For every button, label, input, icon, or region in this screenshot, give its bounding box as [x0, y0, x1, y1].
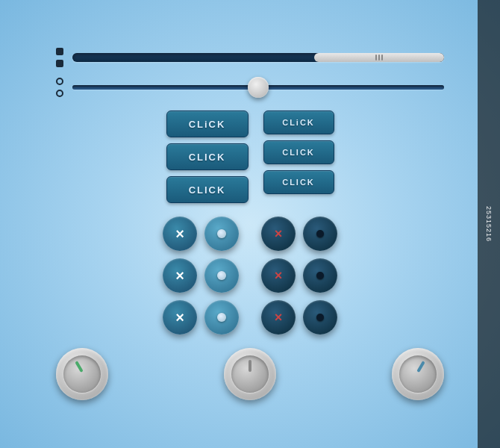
button-column-left: CLiCK CLICK CLICK — [166, 111, 249, 203]
progress-slider-track[interactable] — [72, 53, 444, 62]
checkbox-dark-x-3[interactable] — [261, 300, 296, 335]
click-button-r2[interactable]: CLICK — [263, 140, 334, 164]
checkbox-dark-x-2[interactable] — [261, 258, 296, 293]
ui-panel: CLiCK CLICK CLICK CLiCK CLICK CLICK — [34, 48, 466, 400]
knob-slider-track[interactable] — [72, 85, 444, 90]
sliders-section — [34, 48, 466, 97]
dial-center[interactable] — [224, 348, 276, 400]
checkbox-group-left — [163, 217, 239, 335]
dial-left[interactable] — [56, 348, 108, 400]
button-column-right: CLiCK CLICK CLICK — [263, 111, 334, 203]
progress-line-3 — [381, 55, 383, 60]
controls-section — [163, 217, 337, 335]
buttons-section: CLiCK CLICK CLICK CLiCK CLICK CLICK — [166, 111, 334, 203]
radio-dot-3[interactable] — [204, 300, 239, 335]
dial-center-indicator — [249, 360, 251, 372]
checkbox-x-2[interactable] — [163, 258, 197, 293]
click-button-l1[interactable]: CLiCK — [166, 111, 249, 137]
click-button-r1[interactable]: CLiCK — [263, 111, 334, 134]
click-button-r3[interactable]: CLICK — [263, 170, 334, 194]
checkbox-group-right — [261, 217, 337, 335]
radio-dot-1[interactable] — [204, 217, 239, 251]
dial-left-inner — [63, 355, 101, 393]
progress-lines — [375, 55, 383, 60]
circle-icon-2 — [56, 90, 63, 97]
dial-right-indicator — [416, 361, 425, 373]
progress-fill — [314, 53, 444, 62]
dial-right-inner — [399, 355, 437, 393]
radio-dark-dot-3[interactable] — [303, 300, 337, 335]
progress-line-2 — [378, 55, 380, 60]
click-button-l3[interactable]: CLICK — [166, 176, 249, 203]
dials-section — [34, 348, 466, 400]
checkbox-dark-x-1[interactable] — [261, 217, 296, 251]
circle-icon — [56, 78, 63, 85]
watermark-strip: 25315216 — [478, 0, 500, 448]
checkbox-x-3[interactable] — [163, 300, 197, 335]
checkbox-x-1[interactable] — [163, 217, 197, 251]
square-icon — [56, 48, 63, 55]
slider-icons — [56, 48, 63, 67]
radio-dark-dot-2[interactable] — [303, 258, 337, 293]
dial-center-inner — [231, 355, 269, 393]
dial-left-indicator — [75, 361, 83, 373]
radio-dot-2[interactable] — [204, 258, 239, 293]
radio-dark-dot-1[interactable] — [303, 217, 337, 251]
square-icon-2 — [56, 60, 63, 67]
progress-line-1 — [375, 55, 377, 60]
dial-right[interactable] — [392, 348, 444, 400]
watermark-text: 25315216 — [485, 206, 493, 242]
slider-icons-2 — [56, 78, 63, 97]
click-button-l2[interactable]: CLICK — [166, 143, 249, 170]
knob-slider-row — [56, 78, 444, 97]
slider-knob[interactable] — [248, 77, 269, 98]
progress-slider-row — [56, 48, 444, 67]
